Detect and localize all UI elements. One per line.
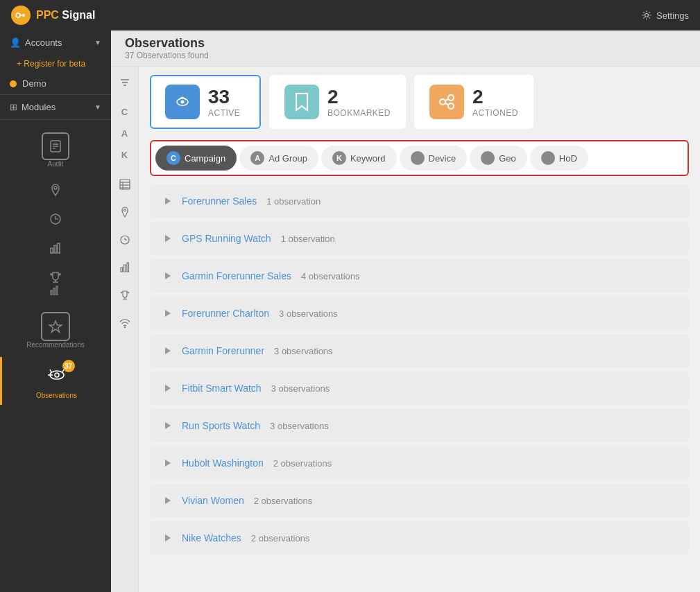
stat-active[interactable]: 33 Active <box>150 75 261 129</box>
clock-icon[interactable] <box>114 229 135 250</box>
campaign-row[interactable]: Vivian Women 2 observations <box>150 484 689 517</box>
tab-keyword[interactable]: K Keyword <box>321 146 397 171</box>
sidebar-nav-time[interactable] <box>49 205 62 233</box>
register-beta-item[interactable]: Register for beta <box>0 55 111 73</box>
svg-rect-13 <box>54 245 56 253</box>
wifi-icon[interactable] <box>114 313 135 333</box>
campaign-row[interactable]: Nike Watches 2 observations <box>150 521 689 555</box>
modules-section: ⊞ Modules ▼ <box>0 95 111 120</box>
tab-campaign-letter: C <box>167 151 180 165</box>
sidebar-nav-location[interactable] <box>49 176 62 204</box>
tab-adgroup[interactable]: A Ad Group <box>239 146 318 171</box>
demo-dot <box>10 80 17 87</box>
play-button[interactable] <box>161 306 175 320</box>
bookmarked-label: Bookmarked <box>327 108 391 118</box>
content-panel: 33 Active 2 Bookmarked <box>139 67 700 592</box>
svg-point-0 <box>16 13 20 17</box>
main-content: C A K <box>111 67 700 592</box>
table-icon[interactable] <box>114 174 135 195</box>
play-button[interactable] <box>161 419 175 433</box>
svg-rect-39 <box>123 265 126 272</box>
tab-geo[interactable]: Geo <box>470 146 527 171</box>
sidebar-nav-trophy[interactable] <box>49 263 62 304</box>
campaign-row[interactable]: Hubolt Washington 2 observations <box>150 446 689 480</box>
svg-rect-51 <box>414 155 421 161</box>
play-button[interactable] <box>161 269 175 283</box>
chart-icon[interactable] <box>114 257 135 278</box>
svg-rect-38 <box>121 268 123 272</box>
sidebar-nav-recommendations[interactable]: Recommendations <box>26 305 84 356</box>
chevron-down-icon-modules: ▼ <box>94 103 101 111</box>
sidebar-nav-audit[interactable]: Audit <box>42 125 69 175</box>
svg-marker-60 <box>165 272 171 279</box>
tab-hod-label: HoD <box>559 153 577 164</box>
campaign-row[interactable]: GPS Running Watch 1 observation <box>150 222 689 255</box>
accounts-header[interactable]: 👤 Accounts ▼ <box>0 31 111 55</box>
tab-device-letter <box>411 151 425 165</box>
svg-marker-20 <box>49 321 62 332</box>
svg-marker-61 <box>165 310 171 317</box>
letter-c[interactable]: C <box>121 107 128 117</box>
play-button[interactable] <box>161 531 175 545</box>
campaign-name: Forerunner Sales <box>182 195 257 207</box>
trophy-icon[interactable] <box>114 285 135 306</box>
play-button[interactable] <box>161 232 175 245</box>
stat-bookmarked[interactable]: 2 Bookmarked <box>269 75 406 129</box>
campaign-row[interactable]: Garmin Forerunner Sales 4 observations <box>150 259 689 293</box>
main-layout: 👤 Accounts ▼ Register for beta Demo ⊞ Mo… <box>0 31 700 592</box>
play-button[interactable] <box>161 194 175 208</box>
modules-label: Modules <box>22 102 56 112</box>
play-button[interactable] <box>161 381 175 395</box>
tab-adgroup-label: Ad Group <box>268 153 307 164</box>
tab-campaign-label: Campaign <box>185 153 225 164</box>
campaign-observations: 3 observations <box>270 421 329 431</box>
campaign-observations: 3 observations <box>274 346 333 356</box>
tab-hod[interactable]: HoD <box>530 146 588 171</box>
tab-campaign[interactable]: C Campaign <box>155 146 237 171</box>
pin-icon[interactable] <box>114 202 135 223</box>
svg-point-45 <box>181 101 185 104</box>
modules-header[interactable]: ⊞ Modules ▼ <box>0 95 111 119</box>
actioned-label: Actioned <box>472 108 518 118</box>
svg-point-8 <box>54 186 57 189</box>
observations-badge: 37 <box>62 360 75 372</box>
stat-actioned[interactable]: 2 Actioned <box>414 75 533 129</box>
modules-icon: ⊞ <box>10 102 17 112</box>
sidebar-nav-stats[interactable] <box>49 234 62 262</box>
stat-bookmarked-info: 2 Bookmarked <box>327 86 391 118</box>
svg-point-47 <box>448 95 454 101</box>
stat-actioned-info: 2 Actioned <box>472 86 518 118</box>
observations-nav-label: Observations <box>36 392 77 399</box>
play-button[interactable] <box>161 344 175 358</box>
accounts-section: 👤 Accounts ▼ Register for beta Demo <box>0 31 111 95</box>
play-button[interactable] <box>161 456 175 470</box>
filter-button[interactable] <box>114 72 135 93</box>
svg-point-2 <box>22 14 25 17</box>
tab-device[interactable]: Device <box>400 146 468 171</box>
logo: PPC Signal <box>11 6 95 25</box>
campaign-name: Fitbit Smart Watch <box>182 383 262 394</box>
campaign-row[interactable]: Garmin Forerunner 3 observations <box>150 334 689 367</box>
settings-button[interactable]: Settings <box>641 10 689 21</box>
campaign-list: Forerunner Sales 1 observation GPS Runni… <box>150 184 689 555</box>
bookmarked-icon <box>284 85 319 119</box>
campaign-name: Run Sports Watch <box>182 420 260 431</box>
campaign-row[interactable]: Forerunner Sales 1 observation <box>150 184 689 218</box>
campaign-observations: 1 observation <box>281 234 335 244</box>
play-button[interactable] <box>161 494 175 507</box>
letter-k[interactable]: K <box>121 150 128 160</box>
campaign-row[interactable]: Forerunner Charlton 3 observations <box>150 297 689 330</box>
campaign-observations: 4 observations <box>301 271 360 281</box>
campaign-row[interactable]: Fitbit Smart Watch 3 observations <box>150 372 689 405</box>
letter-a[interactable]: A <box>121 128 128 139</box>
demo-item[interactable]: Demo <box>0 73 111 94</box>
svg-rect-12 <box>51 248 53 253</box>
svg-rect-18 <box>53 288 55 295</box>
sidebar-nav-observations[interactable]: 37 Observations <box>0 357 111 405</box>
campaign-row[interactable]: Run Sports Watch 3 observations <box>150 409 689 442</box>
campaign-name: Forerunner Charlton <box>182 308 269 319</box>
sidebar: 👤 Accounts ▼ Register for beta Demo ⊞ Mo… <box>0 31 111 592</box>
svg-rect-14 <box>58 243 60 253</box>
active-icon <box>165 85 200 119</box>
campaign-name: Garmin Forerunner <box>182 345 264 356</box>
